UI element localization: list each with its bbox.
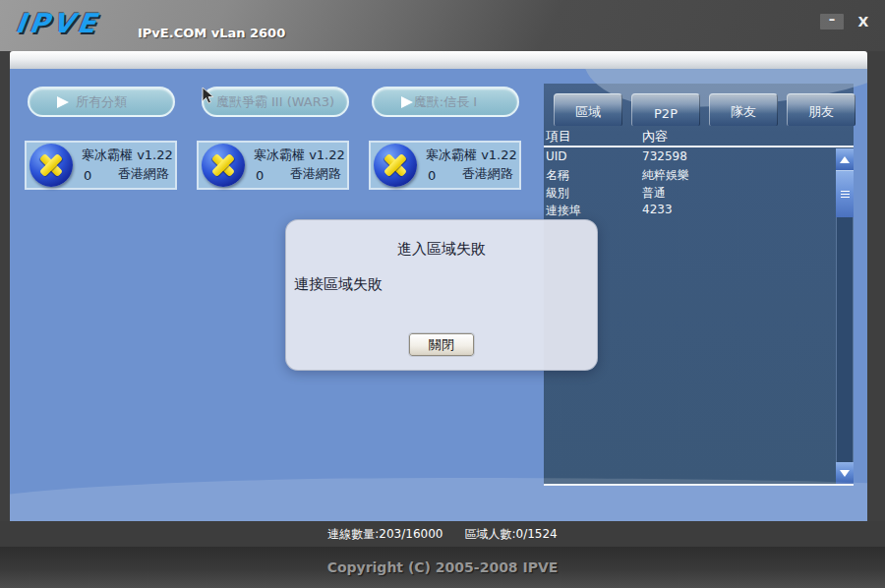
category-label: 所有分類 [76,93,127,111]
minimize-button[interactable]: – [820,14,844,29]
column-header-content: 內容 [642,128,668,146]
status-bar: 連線數量:203/16000 區域人數:0/1524 [0,521,885,547]
table-row[interactable]: 名稱 純粹娛樂 [544,166,834,184]
main-area: 所有分類 魔獸爭霸 III (WAR3) 魔獸:信長 I 寒冰霸權 v1.22 … [10,69,867,521]
ipve-logo: IPVE [14,8,102,38]
play-arrow-icon [57,96,69,108]
app-window: IPVE IPvE.COM vLan 2600 – X 所有分類 魔獸爭霸 II… [0,0,885,588]
dialog-message: 連接區域失敗 [294,275,597,294]
title-bar: IPVE IPvE.COM vLan 2600 – X [0,0,885,51]
table-row[interactable]: UID 732598 [544,148,834,166]
row-content: 732598 [642,149,687,163]
war3-game-icon [30,144,73,187]
category-label: 魔獸爭霸 III (WAR3) [216,93,334,111]
war3-game-icon [202,144,245,187]
footer-bar: Copyright (C) 2005-2008 IPVE [0,547,885,588]
category-button-all[interactable]: 所有分類 [28,87,175,117]
scrollbar-thumb[interactable] [836,170,854,217]
tab-teammates[interactable]: 隊友 [709,93,778,126]
category-button-nobunaga[interactable]: 魔獸:信長 I [372,87,519,117]
room-title: 寒冰霸權 v1.22 [82,147,173,164]
category-button-war3[interactable]: 魔獸爭霸 III (WAR3) [202,87,349,117]
row-content: 4233 [642,203,673,216]
tab-region[interactable]: 區域 [554,93,622,126]
scroll-down-button[interactable] [836,462,854,484]
mouse-cursor-icon [200,87,215,106]
connection-count: 連線數量:203/16000 [327,526,442,543]
info-table-header: 項目 內容 [544,128,854,145]
row-content: 普通 [642,185,666,202]
row-item: UID [546,149,567,163]
room-network: 香港網路 [118,165,169,183]
room-title: 寒冰霸權 v1.22 [426,147,517,164]
room-player-count: 0 [256,168,264,183]
room-player-count: 0 [84,168,91,183]
window-controls: – X [820,14,873,29]
tab-friends[interactable]: 朋友 [787,93,856,126]
war3-game-icon [374,144,417,187]
column-header-item: 項目 [546,128,571,146]
window-title: IPvE.COM vLan 2600 [138,26,285,40]
up-arrow-icon [840,156,850,163]
room-card[interactable]: 寒冰霸權 v1.22 0 香港網路 [369,141,521,190]
close-button[interactable]: X [854,14,873,29]
header-divider [544,146,854,147]
row-item: 名稱 [546,167,569,184]
table-row[interactable]: 連接埠 4233 [544,202,834,219]
dialog-title: 進入區域失敗 [286,240,597,259]
row-item: 級別 [546,185,569,202]
info-table: UID 732598 名稱 純粹娛樂 級別 普通 連接埠 4233 [544,148,834,219]
play-arrow-icon [401,96,413,108]
dialog-close-button[interactable]: 關閉 [409,333,474,356]
panel-tabs: 區域 P2P 隊友 朋友 [554,93,856,126]
room-card[interactable]: 寒冰霸權 v1.22 0 香港網路 [197,141,349,190]
row-item: 連接埠 [546,203,581,219]
grip-lines-icon [841,191,850,198]
room-title: 寒冰霸權 v1.22 [254,147,345,164]
scroll-up-button[interactable] [836,148,854,170]
row-content: 純粹娛樂 [642,167,689,184]
room-player-count: 0 [428,168,436,183]
chrome-strip [10,51,867,69]
table-row[interactable]: 級別 普通 [544,184,834,202]
down-arrow-icon [840,470,850,477]
error-dialog: 進入區域失敗 連接區域失敗 關閉 [285,219,598,371]
room-card[interactable]: 寒冰霸權 v1.22 0 香港網路 [25,141,177,190]
room-network: 香港網路 [462,165,513,183]
vertical-scrollbar[interactable] [836,148,854,484]
category-label: 魔獸:信長 I [414,93,477,111]
region-user-count: 區域人數:0/1524 [464,526,557,543]
room-network: 香港網路 [290,165,341,183]
copyright-text: Copyright (C) 2005-2008 IPVE [327,559,559,575]
tab-p2p[interactable]: P2P [631,93,700,126]
